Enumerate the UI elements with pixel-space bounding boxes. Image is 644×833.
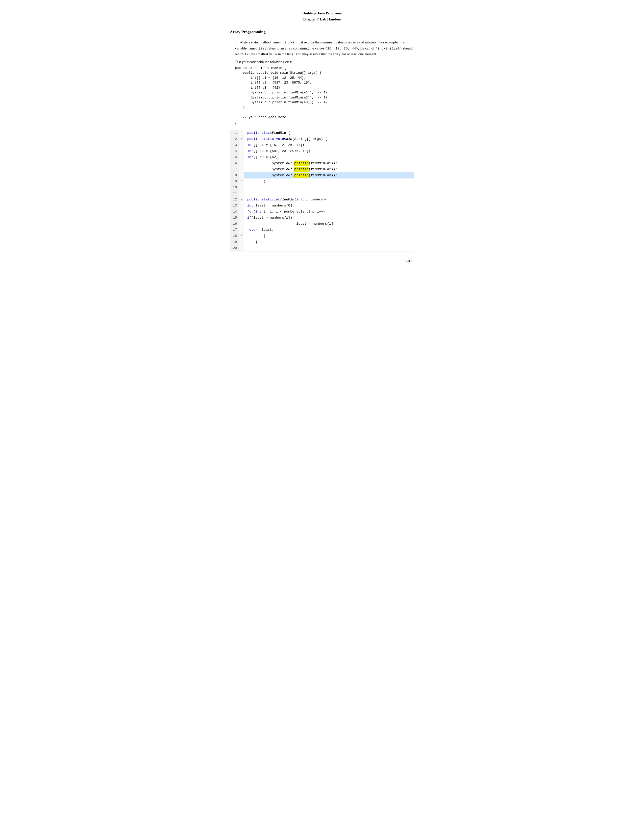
gutter-15: [239, 215, 244, 221]
line-num-8: 8: [230, 172, 239, 178]
line-num-10: 10: [230, 185, 239, 191]
line-num-17: 17: [230, 227, 239, 233]
code-17: return least;: [244, 227, 414, 233]
code-11: [244, 191, 414, 197]
code-3: int[] a1 = {16, 12, 25, 44};: [244, 142, 414, 148]
gutter-13: [239, 203, 244, 209]
ide-line-2: 2 ⊟ public static void main(String[] arg…: [230, 136, 414, 142]
code-7: System.out.println(findMin(a2));: [244, 166, 414, 172]
ide-line-1: 1 public class FindMin {: [230, 130, 414, 136]
line-num-11: 11: [230, 191, 239, 197]
line-num-3: 3: [230, 142, 239, 148]
code-5: int[] a3 = {42};: [244, 154, 414, 160]
gutter-18: └: [239, 233, 244, 239]
gutter-12: ⊟: [239, 197, 244, 203]
line-num-2: 2: [230, 136, 239, 142]
line-num-14: 14: [230, 209, 239, 215]
gutter-9: └: [239, 178, 244, 185]
line-num-6: 6: [230, 160, 239, 166]
gutter-6: [239, 160, 244, 166]
code-15: if(least > numbers[i]): [244, 215, 414, 221]
test-label: Test your code with the following class:: [235, 60, 414, 64]
problem-1: 1. Write a static method named findMin t…: [230, 39, 414, 125]
code-12: public static int findMin(int...numbers)…: [244, 197, 414, 203]
list-var-inline: list: [258, 47, 266, 50]
code-block-text: public class TestFindMin { public static…: [235, 66, 414, 125]
ide-line-9: 9 └ }: [230, 178, 414, 185]
code-20: [244, 245, 414, 251]
ide-line-4: 4 int[] a2 = {587, 23, 8975, 19};: [230, 148, 414, 154]
code-9: }: [244, 178, 414, 185]
call-inline: findMin(list): [375, 47, 402, 50]
page-header: Building Java Programs Chapter 7 Lab Han…: [230, 10, 414, 22]
ide-line-14: 14 for(int i =1; i < numbers.length; i++…: [230, 209, 414, 215]
code-6: System.out.println(findMin(a1));: [244, 160, 414, 166]
ide-line-6: 6 System.out.println(findMin(a1));: [230, 160, 414, 166]
problem-number: 1.: [235, 40, 238, 44]
code-8: System.out.println(findMin(a3));: [244, 172, 414, 178]
ide-line-11: 11: [230, 191, 414, 197]
gutter-7: [239, 166, 244, 172]
gutter-1: [239, 130, 244, 136]
code-18: }: [244, 233, 414, 239]
ide-line-3: 3 int[] a1 = {16, 12, 25, 44};: [230, 142, 414, 148]
ide-line-13: 13 int least = numbers[0];: [230, 203, 414, 209]
gutter-3: [239, 142, 244, 148]
ide-container: 1 public class FindMin { 2 ⊟ public stat…: [230, 130, 414, 251]
gutter-19: [239, 239, 244, 245]
line-num-12: 12: [230, 197, 239, 203]
gutter-5: [239, 154, 244, 160]
values-inline: {16, 12, 25, 44}: [325, 47, 358, 50]
header-line1: Building Java Programs: [230, 10, 414, 16]
gutter-2: ⊟: [239, 136, 244, 142]
gutter-10: [239, 185, 244, 191]
ide-line-8: 8 System.out.println(findMin(a3));: [230, 172, 414, 178]
problem-1-text: 1. Write a static method named findMin t…: [235, 39, 414, 57]
gutter-20: [239, 245, 244, 251]
line-num-15: 15: [230, 215, 239, 221]
code-4: int[] a2 = {587, 23, 8975, 19};: [244, 148, 414, 154]
line-num-20: 20: [230, 245, 239, 251]
line-num-18: 18: [230, 233, 239, 239]
line-num-4: 4: [230, 148, 239, 154]
ide-line-7: 7 System.out.println(findMin(a2));: [230, 166, 414, 172]
ide-line-19: 19 }: [230, 239, 414, 245]
line-num-19: 19: [230, 239, 239, 245]
line-num-5: 5: [230, 154, 239, 160]
ide-line-18: 18 └ }: [230, 233, 414, 239]
line-num-13: 13: [230, 203, 239, 209]
gutter-16: [239, 221, 244, 227]
method-name-inline: findMin: [282, 41, 297, 44]
section-title: Array Programming: [230, 30, 414, 34]
line-num-7: 7: [230, 166, 239, 172]
ide-line-17: 17 return least;: [230, 227, 414, 233]
ide-line-10: 10: [230, 185, 414, 191]
ide-line-15: 15 if(least > numbers[i]): [230, 215, 414, 221]
return-val-inline: 12: [245, 53, 248, 56]
page-number: 1 of 10: [230, 259, 414, 263]
code-16: least = numbers[i];: [244, 221, 414, 227]
gutter-14: [239, 209, 244, 215]
line-num-1: 1: [230, 130, 239, 136]
gutter-17: [239, 227, 244, 233]
gutter-11: [239, 191, 244, 197]
ide-line-5: 5 int[] a3 = {42};: [230, 154, 414, 160]
gutter-4: [239, 148, 244, 154]
line-num-9: 9: [230, 178, 239, 185]
ide-line-20: 20: [230, 245, 414, 251]
line-num-16: 16: [230, 221, 239, 227]
header-line2: Chapter 7 Lab Handout: [230, 16, 414, 22]
code-14: for(int i =1; i < numbers.length; i++): [244, 209, 414, 215]
code-2: public static void main(String[] args) {: [244, 136, 414, 142]
code-13: int least = numbers[0];: [244, 203, 414, 209]
gutter-8: [239, 172, 244, 178]
ide-line-16: 16 least = numbers[i];: [230, 221, 414, 227]
code-10: [244, 185, 414, 191]
code-19: }: [244, 239, 414, 245]
code-1: public class FindMin {: [244, 130, 414, 136]
ide-line-12: 12 ⊟ public static int findMin(int...num…: [230, 197, 414, 203]
